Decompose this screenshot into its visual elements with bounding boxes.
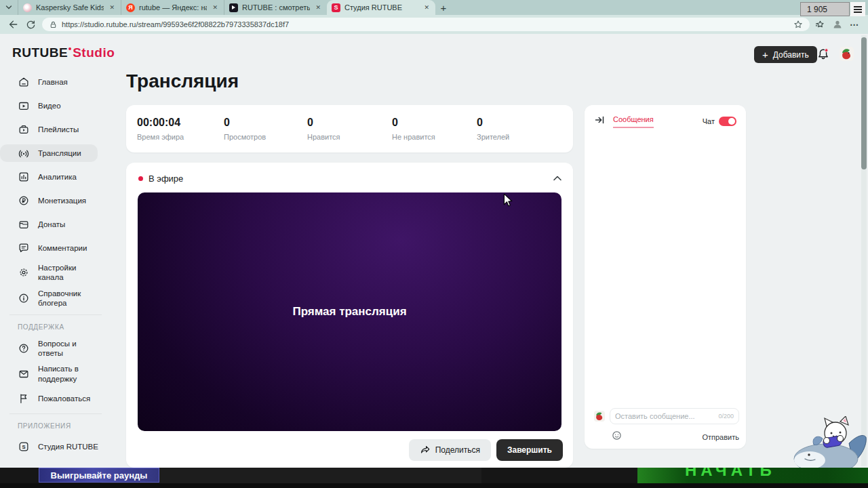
chevron-up-icon: [553, 175, 562, 182]
avatar-bird-image: [840, 47, 854, 61]
sidebar-item-comments[interactable]: Комментарии: [0, 239, 111, 257]
tab-kaspersky[interactable]: Kaspersky Safe Kids ✕: [18, 0, 121, 15]
stat-label: Нравится: [307, 133, 392, 141]
wallet-icon: [18, 218, 30, 230]
sidebar-item-label: Монетизация: [38, 196, 86, 205]
stat-label: Время эфира: [137, 133, 224, 141]
sidebar-item-video[interactable]: Видео: [0, 97, 111, 115]
overlay-counter-value: 1 905: [807, 5, 827, 14]
mouse-cursor: [503, 194, 513, 210]
overlay-menu-button[interactable]: [850, 2, 865, 16]
notifications-button[interactable]: [816, 47, 830, 61]
sidebar-item-studio-app[interactable]: S Студия RUTUBE: [0, 438, 111, 455]
send-message-button[interactable]: Отправить: [702, 433, 739, 441]
stat-label: Зрителей: [477, 133, 573, 141]
sidebar-item-channel-settings[interactable]: Настройки канала: [0, 263, 111, 283]
bongo-cat-overlay: [791, 416, 868, 473]
page-scrollbar[interactable]: [861, 35, 867, 466]
sidebar-item-monetization[interactable]: Монетизация: [0, 192, 111, 209]
new-tab-button[interactable]: +: [435, 0, 452, 15]
lock-icon: [49, 20, 58, 29]
plus-icon: +: [762, 49, 768, 60]
stat-value: 0: [224, 117, 307, 129]
tab-close-icon[interactable]: ✕: [314, 3, 322, 12]
rutube-studio-page: RUTUBE Studio + Добавить: [0, 34, 868, 468]
browser-window: Kaspersky Safe Kids ✕ Я rutube — Яндекс:…: [0, 0, 868, 466]
scrollbar-thumb[interactable]: [861, 37, 867, 169]
smiley-icon: [612, 430, 622, 441]
tab-close-icon[interactable]: ✕: [211, 3, 219, 12]
share-button[interactable]: Поделиться: [409, 439, 491, 461]
home-icon: [18, 76, 30, 88]
browser-menu-button[interactable]: ⋯: [850, 20, 859, 30]
chat-panel-header: Сообщения Чат: [585, 105, 746, 135]
sidebar-item-label: Плейлисты: [38, 125, 79, 134]
logo-studio: Studio: [73, 45, 115, 60]
tab-search-button[interactable]: [0, 0, 18, 15]
flag-icon: [18, 392, 30, 405]
playlists-icon: [18, 123, 30, 136]
stat-views: 0 Просмотров: [224, 117, 307, 141]
sidebar-divider: [9, 413, 102, 414]
sidebar-item-label: Главная: [38, 77, 68, 87]
sidebar-item-report[interactable]: Пожаловаться: [0, 390, 111, 407]
sidebar-item-analytics[interactable]: Аналитика: [0, 168, 111, 186]
extensions-icon[interactable]: [815, 20, 825, 30]
live-status-dot: [138, 176, 143, 181]
overlay-counter: 1 905: [800, 2, 850, 16]
broadcasts-icon: [18, 147, 30, 159]
video-icon: [18, 100, 30, 112]
hamburger-icon: [854, 6, 862, 7]
profile-icon[interactable]: [832, 19, 843, 30]
chat-panel: Сообщения Чат: [585, 105, 746, 449]
avatar-bird-image: [594, 411, 605, 422]
sidebar-section-apps: ПРИЛОЖЕНИЯ: [18, 422, 111, 430]
char-counter: 0/200: [718, 413, 734, 420]
chat-message-input-box: 0/200: [610, 408, 739, 424]
tab-close-icon[interactable]: ✕: [108, 3, 116, 12]
live-card-header: В эфире: [126, 163, 573, 192]
sidebar-item-faq[interactable]: Вопросы и ответы: [0, 339, 111, 359]
bongo-cat-image: [791, 416, 868, 473]
tab-yandex-search[interactable]: Я rutube — Яндекс: нашлось 15 т... ✕: [121, 0, 224, 15]
bottom-edge: [0, 483, 868, 488]
url-text: https://studio.rutube.ru/stream/99593e6f…: [62, 20, 789, 28]
question-circle-icon: [18, 342, 30, 354]
bookmark-star-icon[interactable]: [793, 20, 803, 29]
live-card-footer: Поделиться Завершить: [409, 439, 563, 461]
finish-stream-button[interactable]: Завершить: [496, 439, 563, 461]
cursor-arrow-icon: [503, 194, 513, 207]
sidebar-item-donates[interactable]: Донаты: [0, 216, 111, 233]
chat-message-input[interactable]: [615, 412, 715, 420]
reload-button[interactable]: [24, 18, 37, 30]
profile-avatar[interactable]: [840, 47, 854, 61]
tab-rutube-watch[interactable]: RUTUBE : смотреть видео онла... ✕: [224, 0, 327, 15]
add-button[interactable]: + Добавить: [754, 46, 817, 63]
collapse-panel-button[interactable]: [553, 172, 562, 184]
stream-stats-card: 00:00:04 Время эфира 0 Просмотров 0 Нрав…: [126, 105, 573, 152]
tab-rutube-studio-active[interactable]: S Студия RUTUBE ✕: [327, 0, 435, 15]
tab-messages[interactable]: Сообщения: [613, 115, 654, 128]
emoji-button[interactable]: [612, 430, 622, 443]
sidebar-item-blogger-guide[interactable]: Справочник блогера: [0, 289, 111, 308]
browser-toolbar: https://studio.rutube.ru/stream/99593e6f…: [0, 15, 868, 34]
sidebar-item-broadcasts-active[interactable]: Трансляции: [0, 144, 98, 162]
collapse-chat-button[interactable]: [594, 115, 605, 128]
back-button[interactable]: [7, 18, 19, 30]
sidebar-item-playlists[interactable]: Плейлисты: [0, 121, 111, 138]
desktop-bottom-strip: Выигрывайте раунды НАЧАТЬ: [0, 468, 868, 488]
comment-icon: [18, 242, 30, 254]
chat-input-row: 0/200: [594, 408, 739, 424]
address-bar[interactable]: https://studio.rutube.ru/stream/99593e6f…: [42, 18, 810, 31]
studio-app-icon: S: [18, 441, 30, 453]
rutube-studio-logo: RUTUBE Studio: [12, 45, 115, 60]
chat-toggle-switch[interactable]: [719, 117, 736, 126]
tab-close-icon[interactable]: ✕: [422, 3, 431, 12]
stat-viewers: 0 Зрителей: [477, 117, 573, 141]
toggle-knob: [728, 118, 735, 125]
sidebar-item-home[interactable]: Главная: [0, 73, 111, 91]
sidebar-item-write-support[interactable]: Написать в поддержку: [0, 364, 111, 384]
finish-button-label: Завершить: [507, 445, 552, 455]
sidebar-item-label: Трансляции: [38, 148, 81, 158]
chrome-icons: ⋯: [815, 19, 861, 30]
